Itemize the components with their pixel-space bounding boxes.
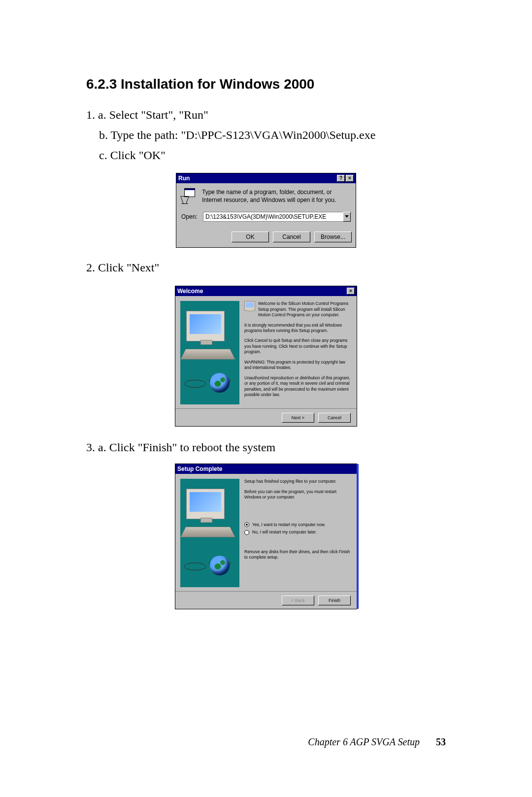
welcome-titlebar: Welcome × — [175, 286, 357, 296]
cancel-button[interactable]: Cancel — [273, 232, 310, 242]
browse-button[interactable]: Browse... — [314, 232, 352, 242]
welcome-p5: Unauthorized reproduction or distributio… — [244, 375, 352, 398]
welcome-p4: WARNING: This program is protected by co… — [244, 360, 352, 371]
help-icon[interactable]: ? — [337, 175, 345, 182]
complete-p1: Setup has finished copying files to your… — [244, 479, 352, 484]
back-button: < Back — [282, 596, 314, 605]
setup-pc-icon — [244, 301, 255, 311]
step-1c: c. Click "OK" — [99, 146, 446, 165]
run-title-text: Run — [178, 175, 336, 182]
close-icon[interactable]: × — [347, 288, 355, 295]
welcome-dialog: Welcome × Welcome to the Silicon Motion … — [175, 286, 357, 427]
welcome-p3: Click Cancel to quit Setup and then clos… — [244, 338, 352, 355]
finish-button[interactable]: Finish — [318, 596, 351, 605]
page-number: 53 — [436, 736, 446, 747]
welcome-p1: Welcome to the Silicon Motion Control Pr… — [258, 301, 352, 318]
wizard-graphic — [180, 479, 239, 587]
restart-now-option[interactable]: Yes, I want to restart my computer now. — [244, 522, 352, 528]
welcome-p2: It is strongly recommended that you exit… — [244, 323, 352, 334]
step-3: 3. a. Click "Finish" to reboot the syste… — [86, 438, 446, 457]
radio-unchecked-icon — [244, 530, 249, 535]
complete-titlebar: Setup Complete — [175, 464, 357, 474]
next-button[interactable]: Next > — [282, 413, 314, 423]
open-label: Open: — [181, 213, 199, 220]
run-dialog: Run ? × Type the name of a program, fold… — [176, 173, 356, 248]
close-icon[interactable]: × — [346, 175, 354, 182]
run-description: Type the name of a program, folder, docu… — [202, 188, 351, 204]
page-footer: Chapter 6 AGP SVGA Setup 53 — [308, 736, 446, 748]
complete-p2: Before you can use the program, you must… — [244, 489, 352, 500]
ok-button[interactable]: OK — [232, 232, 269, 242]
setup-complete-dialog: Setup Complete Setup has finished copyin… — [175, 464, 357, 609]
restart-later-label: No, I will restart my computer later. — [252, 530, 317, 535]
section-heading: 6.2.3 Installation for Windows 2000 — [86, 76, 446, 92]
welcome-title-text: Welcome — [177, 288, 346, 295]
open-input[interactable] — [203, 212, 343, 222]
open-combobox[interactable] — [203, 212, 351, 222]
complete-title-text: Setup Complete — [177, 465, 355, 472]
complete-p3: Remove any disks from their drives, and … — [244, 549, 352, 561]
wizard-graphic — [180, 301, 239, 404]
cancel-button[interactable]: Cancel — [318, 413, 351, 423]
restart-later-option[interactable]: No, I will restart my computer later. — [244, 530, 352, 535]
run-program-icon — [181, 188, 197, 204]
step-2: 2. Click "Next" — [86, 259, 446, 277]
footer-chapter: Chapter 6 AGP SVGA Setup — [308, 736, 420, 747]
step-1a: 1. a. Select "Start", "Run" — [86, 106, 446, 124]
run-titlebar: Run ? × — [176, 173, 356, 183]
step-1b: b. Type the path: "D:\PPC-S123\VGA\Win20… — [99, 126, 446, 144]
dropdown-icon[interactable] — [343, 212, 351, 222]
radio-checked-icon — [244, 522, 249, 527]
restart-now-label: Yes, I want to restart my computer now. — [252, 522, 326, 528]
